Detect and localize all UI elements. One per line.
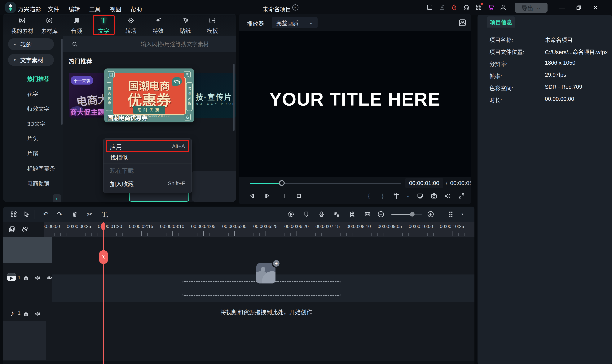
featured-ribbon: 限时优惠 [133,106,165,114]
stop-button[interactable] [295,192,303,200]
lock-track-icon[interactable] [22,273,30,282]
minimize-button[interactable]: — [558,3,566,12]
mute-track-icon[interactable] [33,310,42,318]
restore-button[interactable] [574,3,583,12]
sidebar-item-effect-text[interactable]: 特效文字 [27,104,49,113]
collapse-sidebar-button[interactable]: ‹ [52,194,61,202]
layout-panel-icon[interactable] [426,3,433,11]
unlink-icon[interactable] [21,225,29,233]
mark-out-icon[interactable]: } [379,192,386,200]
voiceover-mic-icon[interactable] [317,210,326,219]
tab-effects[interactable]: 特效 [147,14,169,36]
mute-track-icon[interactable] [33,273,42,282]
snapshot-camera-icon[interactable] [430,192,438,200]
tab-stickers[interactable]: 贴纸 [174,14,196,36]
display-device-icon[interactable] [416,192,424,200]
track-manager-caret-icon[interactable]: ▾ [458,210,467,219]
render-preview-icon[interactable] [287,210,295,219]
timeline-hscrollbar[interactable] [3,361,474,364]
tab-text[interactable]: T文字 [92,14,115,36]
app-logo-icon[interactable] [5,2,16,13]
snap-icon[interactable] [348,210,356,219]
menu-edit[interactable]: 编辑 [68,5,80,13]
tab-audio[interactable]: 音频 [65,14,88,36]
scopes-icon[interactable] [458,19,466,27]
tab-my-media[interactable]: 我的素材 [11,14,33,36]
marker-icon[interactable] [302,210,311,219]
sidebar-item-huazi[interactable]: 花字 [27,90,38,98]
sidebar-item-3d-text[interactable]: 3D文字 [27,119,45,127]
sidebar-item-ending[interactable]: 片尾 [27,149,38,157]
cart-icon[interactable] [487,3,495,11]
sidebar-item-ecommerce[interactable]: 电商促销 [27,179,49,187]
auto-ripple-icon[interactable] [363,210,372,219]
support-headset-icon[interactable] [463,3,470,11]
menu-item-add-favorite[interactable]: 加入收藏 Shift+F [104,178,192,189]
content-scrollbar[interactable] [233,64,234,131]
menu-tools[interactable]: 工具 [89,5,101,13]
zoom-slider-handle[interactable] [410,212,415,217]
lock-track-icon[interactable] [22,310,30,318]
zoom-out-icon[interactable] [377,210,385,219]
chevron-down-icon[interactable]: ⌄ [406,192,410,200]
close-button[interactable]: ✕ [591,3,600,12]
menu-view[interactable]: 视图 [110,5,121,13]
volume-icon[interactable] [444,192,452,200]
mark-in-icon[interactable]: { [365,192,373,200]
tab-templates[interactable]: 模板 [201,14,224,36]
add-text-icon[interactable]: T▾ [101,210,109,219]
search-input[interactable] [141,40,236,49]
carousel-card-right[interactable]: 技·宣传片 NOLOGY PROMO [194,73,236,118]
sidebar-item-opener[interactable]: 片头 [27,134,38,142]
seek-handle[interactable] [279,180,285,186]
info-row: 项目名称:未命名项目 [478,36,612,43]
undo-icon[interactable]: ↶ [41,210,50,219]
delete-icon[interactable] [71,210,79,219]
redo-icon[interactable]: ↷ [55,210,64,219]
apps-grid-icon[interactable] [475,3,482,11]
playhead-head[interactable] [101,223,105,230]
sidebar-item-lower-thirds[interactable]: 标题字幕条 [27,164,55,172]
menu-item-apply[interactable]: 应用 Alt+A [104,141,192,152]
audio-mixer-icon[interactable] [333,210,341,219]
pause-button[interactable] [279,192,287,200]
play-button[interactable] [264,192,271,200]
split-scissors-icon[interactable]: ✂ [86,210,94,219]
seek-bar[interactable] [250,183,401,184]
playhead-split-button[interactable]: ✂ [99,250,108,264]
sidebar-scrollbar[interactable] [61,39,63,125]
sidebar-item-hot[interactable]: 热门推荐 [27,75,49,83]
hide-track-eye-icon[interactable] [45,273,53,282]
sidebar-group-text-assets[interactable]: ▾ 文字素材 [8,54,54,66]
quality-dropdown[interactable]: 完整画质 ⌄ [272,17,318,28]
insert-media-icon[interactable] [10,210,18,219]
notification-alert-icon[interactable] [450,3,458,11]
tab-transitions[interactable]: 转场 [119,14,142,36]
tab-stock-media[interactable]: 素材库 [38,14,61,36]
add-media-plus-icon[interactable]: + [272,259,281,268]
menu-file[interactable]: 文件 [48,5,59,13]
menu-help[interactable]: 帮助 [130,5,142,13]
sidebar-group-my[interactable]: ▸ 我的 [8,38,54,50]
tab-project-info[interactable]: 项目信息 [487,16,515,27]
zoom-in-icon[interactable] [426,210,435,219]
save-icon[interactable] [438,3,446,11]
carousel-card-featured[interactable]: 国 潮 商 惊喜优惠 等你来购 国潮电商 5折 优惠券 限时优惠 全场商品实付满… [104,68,194,122]
account-icon[interactable] [499,3,507,11]
asset-card-hidden[interactable] [192,171,236,202]
select-cursor-icon[interactable] [22,210,31,219]
menu-item-find-similar[interactable]: 找相似 [104,152,192,162]
ruler-tick [390,231,390,236]
playhead-line[interactable] [103,222,104,364]
previous-frame-button[interactable] [248,192,256,200]
track-manager-icon[interactable] [447,210,456,219]
ruler-tick [427,233,428,236]
add-track-icon[interactable] [8,225,16,233]
quick-split-icon[interactable] [392,192,400,200]
timeline-ruler[interactable]: 00:00:00:0000:00:00:2500:00:01:2000:00:0… [44,222,474,237]
menu-item-download-now[interactable]: 现在下载 [104,165,192,176]
info-value: 1866 x 1050 [545,60,575,66]
export-button[interactable]: 导出 ⌄ [515,3,547,13]
fullscreen-icon[interactable] [458,192,465,200]
video-preview[interactable]: YOUR TITLE HERE [239,31,471,177]
